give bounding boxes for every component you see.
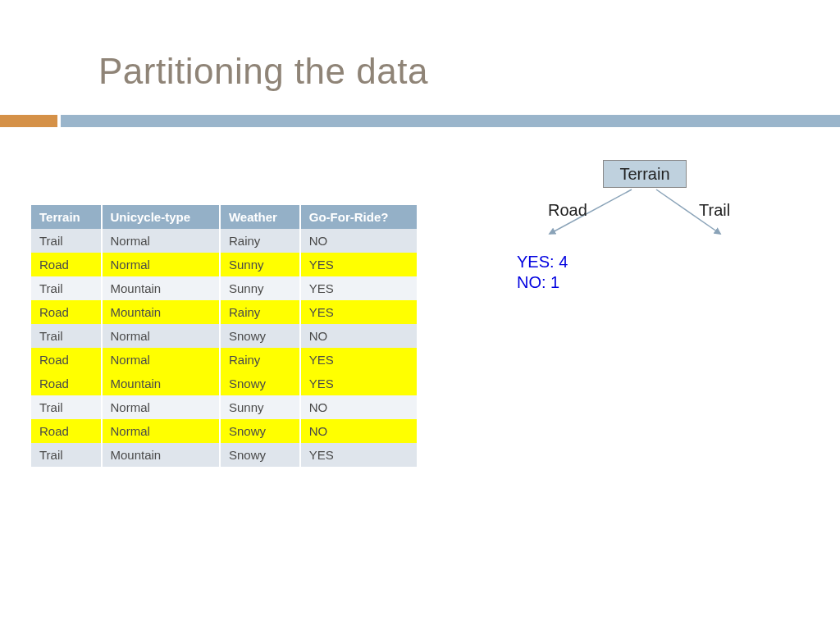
underline-orange: [0, 115, 57, 127]
table-cell: Trail: [31, 276, 102, 300]
table-row: TrailNormalSunnyNO: [31, 395, 417, 419]
table-cell: Rainy: [220, 300, 300, 324]
decision-tree: Terrain Road Trail YES: 4 NO: 1: [509, 160, 779, 324]
table-cell: Normal: [102, 253, 220, 276]
table-cell: YES: [300, 372, 417, 395]
table-cell: Road: [31, 300, 102, 324]
table-cell: Mountain: [102, 276, 220, 300]
table-cell: YES: [300, 276, 417, 300]
table-cell: Sunny: [220, 276, 300, 300]
title-underline: [0, 115, 840, 127]
col-ride: Go-For-Ride?: [300, 205, 417, 229]
table-body: TrailNormalRainyNORoadNormalSunnyYESTrai…: [31, 229, 417, 467]
table-cell: Mountain: [102, 372, 220, 395]
tree-branch-right: Trail: [699, 201, 730, 220]
table-cell: Rainy: [220, 348, 300, 372]
table-cell: Road: [31, 253, 102, 276]
tree-root-node: Terrain: [603, 160, 687, 188]
col-terrain: Terrain: [31, 205, 102, 229]
table-cell: Road: [31, 372, 102, 395]
table-cell: NO: [300, 419, 417, 443]
table-cell: YES: [300, 253, 417, 276]
table-row: RoadMountainSnowyYES: [31, 372, 417, 395]
page-title: Partitioning the data: [98, 51, 428, 92]
col-unicycle: Unicycle-type: [102, 205, 220, 229]
table-row: TrailMountainSunnyYES: [31, 276, 417, 300]
table-header-row: Terrain Unicycle-type Weather Go-For-Rid…: [31, 205, 417, 229]
result-yes: YES: 4: [517, 252, 568, 272]
table-row: TrailNormalRainyNO: [31, 229, 417, 253]
table-cell: NO: [300, 395, 417, 419]
table-cell: Normal: [102, 395, 220, 419]
table-cell: Road: [31, 419, 102, 443]
table-row: RoadMountainRainyYES: [31, 300, 417, 324]
table-cell: Snowy: [220, 419, 300, 443]
table-cell: Mountain: [102, 443, 220, 467]
table-cell: YES: [300, 443, 417, 467]
table-row: RoadNormalSnowyNO: [31, 419, 417, 443]
underline-blue: [61, 115, 840, 127]
table-cell: Normal: [102, 419, 220, 443]
table-cell: Normal: [102, 229, 220, 253]
table-cell: NO: [300, 324, 417, 348]
table-row: TrailMountainSnowyYES: [31, 443, 417, 467]
table-cell: Sunny: [220, 253, 300, 276]
slide: Partitioning the data Terrain Unicycle-t…: [0, 0, 840, 630]
table-cell: Rainy: [220, 229, 300, 253]
table-cell: Trail: [31, 229, 102, 253]
tree-branch-left: Road: [548, 201, 587, 220]
table-cell: Sunny: [220, 395, 300, 419]
table-cell: YES: [300, 348, 417, 372]
table-cell: Trail: [31, 324, 102, 348]
table-row: RoadNormalSunnyYES: [31, 253, 417, 276]
table-cell: Trail: [31, 395, 102, 419]
table-cell: Snowy: [220, 324, 300, 348]
table-cell: Trail: [31, 443, 102, 467]
table-cell: Road: [31, 348, 102, 372]
table-cell: Snowy: [220, 372, 300, 395]
table-cell: Normal: [102, 348, 220, 372]
table-cell: Mountain: [102, 300, 220, 324]
table-cell: NO: [300, 229, 417, 253]
table-cell: Normal: [102, 324, 220, 348]
result-no: NO: 1: [517, 272, 568, 293]
table-row: TrailNormalSnowyNO: [31, 324, 417, 348]
data-table: Terrain Unicycle-type Weather Go-For-Rid…: [31, 205, 417, 467]
col-weather: Weather: [220, 205, 300, 229]
table-cell: YES: [300, 300, 417, 324]
table-row: RoadNormalRainyYES: [31, 348, 417, 372]
tree-left-result: YES: 4 NO: 1: [517, 252, 568, 293]
table-cell: Snowy: [220, 443, 300, 467]
